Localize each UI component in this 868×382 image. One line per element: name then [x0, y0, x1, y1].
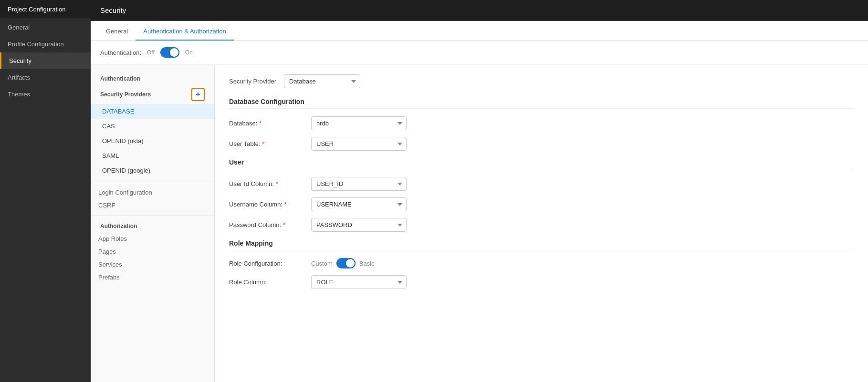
role-toggle-group: Custom Basic [311, 258, 375, 268]
database-label: Database: * [229, 120, 305, 127]
left-divider-2 [91, 216, 214, 216]
toggle-on-label: On [185, 49, 193, 56]
sidebar: Project Configuration General Profile Co… [0, 0, 91, 382]
password-required-star: * [283, 221, 285, 228]
sidebar-nav: General Profile Configuration Security A… [0, 19, 91, 382]
sidebar-item-themes[interactable]: Themes [0, 86, 91, 103]
toggle-off-label: Off [147, 49, 155, 56]
user-id-column-row: User Id Column: * USER_ID [229, 177, 854, 191]
role-mapping-title: Role Mapping [229, 239, 854, 250]
role-column-select[interactable]: ROLE [311, 275, 407, 289]
app-roles-item[interactable]: App Roles [91, 232, 214, 245]
sidebar-item-artifacts[interactable]: Artifacts [0, 69, 91, 86]
security-provider-label: Security Provider [229, 78, 276, 85]
username-column-row: Username Column: * USERNAME [229, 197, 854, 211]
sidebar-title: Project Configuration [0, 0, 91, 19]
two-panel-layout: Authentication Security Providers + DATA… [91, 65, 868, 382]
user-id-required-star: * [276, 180, 278, 187]
provider-cas[interactable]: CAS [91, 119, 214, 134]
database-required-star: * [259, 120, 261, 127]
role-configuration-row: Role Configuration: Custom Basic [229, 258, 854, 268]
header-title: Security [100, 6, 126, 14]
tab-general[interactable]: General [98, 21, 136, 41]
security-providers-header: Security Providers + [91, 85, 214, 104]
db-config-title: Database Configuration [229, 98, 854, 109]
toggle-thumb [170, 48, 178, 57]
services-item[interactable]: Services [91, 258, 214, 271]
toggle-label: Authentication: [100, 49, 141, 56]
tab-bar: General Authentication & Authorization [91, 21, 868, 41]
sidebar-item-security[interactable]: Security [0, 52, 91, 69]
pages-item[interactable]: Pages [91, 245, 214, 258]
right-panel: Security Provider Database CAS OPENID (o… [215, 65, 868, 382]
top-header: Security [91, 0, 868, 21]
left-panel: Authentication Security Providers + DATA… [91, 65, 215, 382]
content-area: General Authentication & Authorization A… [91, 21, 868, 382]
basic-label: Basic [359, 260, 375, 267]
provider-saml[interactable]: SAML [91, 148, 214, 163]
role-column-label: Role Column: [229, 279, 305, 286]
login-configuration-item[interactable]: Login Configuration [91, 186, 214, 199]
database-row: Database: * hrdb [229, 116, 854, 130]
password-column-label: Password Column: * [229, 221, 305, 228]
user-config-title: User [229, 158, 854, 169]
user-id-column-select[interactable]: USER_ID [311, 177, 407, 191]
provider-openid-google[interactable]: OPENID (google) [91, 163, 214, 178]
username-column-label: Username Column: * [229, 201, 305, 208]
security-provider-select[interactable]: Database CAS OPENID (okta) SAML OPENID (… [284, 74, 360, 88]
main-area: Security General Authentication & Author… [91, 0, 868, 382]
add-security-provider-button[interactable]: + [191, 88, 205, 101]
username-required-star: * [284, 201, 287, 208]
user-id-column-label: User Id Column: * [229, 180, 305, 187]
username-column-select[interactable]: USERNAME [311, 197, 407, 211]
sidebar-item-profile-configuration[interactable]: Profile Configuration [0, 36, 91, 52]
user-table-select[interactable]: USER [311, 137, 407, 151]
sidebar-item-general[interactable]: General [0, 19, 91, 36]
user-table-label: User Table: * [229, 140, 305, 147]
role-column-row: Role Column: ROLE [229, 275, 854, 289]
provider-openid-okta[interactable]: OPENID (okta) [91, 134, 214, 148]
authentication-section-label: Authentication [91, 72, 214, 85]
user-table-row: User Table: * USER [229, 137, 854, 151]
database-select[interactable]: hrdb [311, 116, 407, 130]
security-provider-row: Security Provider Database CAS OPENID (o… [229, 74, 854, 88]
security-providers-label: Security Providers [100, 91, 151, 98]
custom-label: Custom [311, 260, 333, 267]
password-column-row: Password Column: * PASSWORD [229, 218, 854, 232]
csrf-item[interactable]: CSRF [91, 199, 214, 212]
role-config-label: Role Configuration: [229, 260, 305, 267]
toggle-track[interactable] [160, 47, 179, 58]
password-column-select[interactable]: PASSWORD [311, 218, 407, 232]
authorization-section-label: Authorization [91, 220, 214, 232]
provider-database[interactable]: DATABASE [91, 104, 214, 119]
prefabs-item[interactable]: Prefabs [91, 271, 214, 284]
authentication-toggle[interactable] [160, 47, 179, 58]
left-divider-1 [91, 182, 214, 182]
user-table-required-star: * [262, 140, 264, 147]
tab-auth-authz[interactable]: Authentication & Authorization [136, 21, 233, 41]
role-configuration-toggle[interactable] [336, 258, 356, 268]
role-toggle-thumb [346, 259, 355, 268]
authentication-toggle-row: Authentication: Off On [91, 41, 868, 65]
plus-icon: + [196, 90, 200, 99]
